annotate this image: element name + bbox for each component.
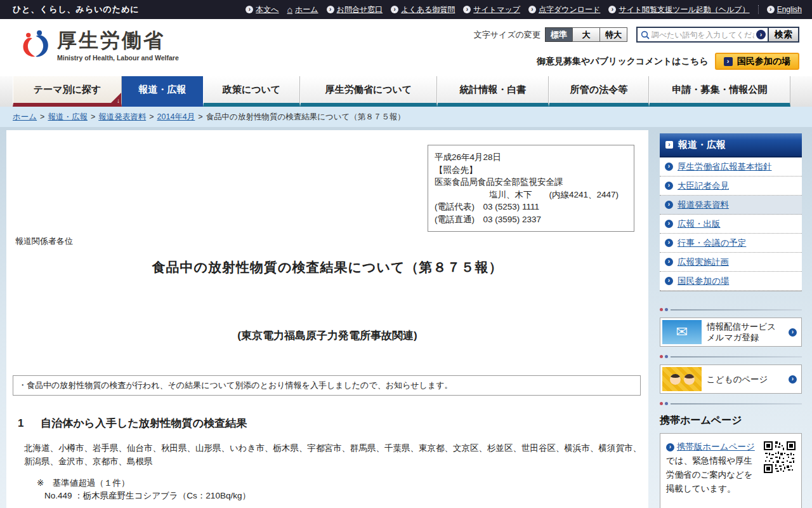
sidebar-item-events[interactable]: ›行事・会議の予定 (660, 234, 802, 253)
breadcrumb-month[interactable]: 2014年4月 (157, 112, 195, 123)
font-size-xlarge-button[interactable]: 特大 (599, 27, 627, 42)
topbar-links: ›本文へ ⌂ホーム ›お問合せ窓口 ›よくある御質問 ›サイトマップ ›点字ダウ… (246, 4, 802, 15)
kids-page-banner[interactable]: こどものページ › (660, 364, 802, 394)
font-size-switcher: 標準 大 特大 (546, 27, 627, 42)
mobile-homepage-text: では、緊急情報や厚生労働省のご案内などを掲載しています。 (666, 456, 753, 493)
arrow-circle-icon: › (391, 6, 398, 13)
kids-image (662, 367, 702, 391)
topbar-link-contact[interactable]: ›お問合せ窓口 (327, 4, 383, 15)
sidebar-header-press[interactable]: › 報道・広報 (660, 133, 802, 157)
arrow-circle-icon: › (246, 6, 253, 13)
public-participation-button[interactable]: › 国民参加の場 (715, 53, 799, 70)
blue-dot-icon (665, 308, 668, 311)
sidebar-link-list: ›厚生労働省広報基本指針 ›大臣記者会見 ›報道発表資料 ›広報・出版 ›行事・… (660, 157, 802, 291)
font-size-large-button[interactable]: 大 (572, 27, 600, 42)
contact-label: 【照会先】 (435, 164, 627, 177)
breadcrumb-home[interactable]: ホーム (13, 112, 37, 123)
arrow-circle-icon: › (666, 443, 674, 451)
utility-topbar: ひと、くらし、みらいのために ›本文へ ⌂ホーム ›お問合せ窓口 ›よくある御質… (0, 0, 812, 19)
page-subtitle: (東京電力福島原子力発電所事故関連) (6, 328, 648, 343)
site-header: 厚生労働省 Ministry of Health, Labour and Wel… (0, 19, 812, 76)
sidebar-item-minister-press[interactable]: ›大臣記者会見 (660, 177, 802, 196)
nav-tab-laws[interactable]: 所管の法令等 (549, 76, 649, 107)
arrow-circle-icon: › (528, 6, 536, 13)
envelope-icon: ✉ (676, 324, 688, 340)
exceedance-note-detail: No.449 ：栃木県産野生コシアブラ（Cs：210Bq/kg） (44, 490, 251, 502)
red-dot-icon (660, 355, 663, 358)
site-search-box: › 検索 (636, 27, 799, 43)
separator-line (671, 403, 802, 404)
separator-line (671, 309, 802, 311)
sidebar-item-pr-policy[interactable]: ›厚生労働省広報基本指針 (660, 157, 802, 177)
arrow-circle-icon: › (665, 239, 673, 247)
nav-tab-policies[interactable]: 政策について (203, 76, 300, 107)
nav-tab-press[interactable]: 報道・広報 (122, 76, 203, 107)
nav-tab-themes[interactable]: テーマ別に探す ↓ (13, 76, 122, 107)
page-title: 食品中の放射性物質の検査結果について（第８７５報） (6, 258, 648, 276)
newsletter-banner[interactable]: ✉ 情報配信サービス メルマガ登録 › (660, 318, 802, 347)
arrow-circle-icon: › (767, 6, 775, 13)
sidebar-item-publications[interactable]: ›広報・出版 (660, 215, 802, 234)
search-input[interactable] (652, 30, 754, 39)
separator-line (671, 356, 802, 358)
arrow-circle-icon: › (665, 277, 673, 285)
qr-code (764, 441, 796, 473)
nav-tab-about[interactable]: 厚生労働省について (300, 76, 437, 107)
content-area: 平成26年4月28日 【照会先】 医薬食品局食品安全部監視安全課 塩川、木下 (… (0, 127, 812, 508)
section1-body: 北海道、小樽市、岩手県、仙台市、秋田県、山形県、いわき市、栃木県、宇都宮市、群馬… (24, 441, 645, 468)
arrow-circle-icon: › (608, 6, 616, 13)
contact-tel-main: (電話代表) 03 (5253) 1111 (435, 201, 627, 213)
sidebar-item-participation[interactable]: ›国民参加の場 (660, 272, 802, 291)
logo-subtitle: Ministry of Health, Labour and Welfare (57, 54, 179, 62)
topbar-link-main-content[interactable]: ›本文へ (246, 4, 278, 15)
blue-dot-icon (665, 402, 668, 405)
blue-dot-icon (665, 355, 668, 358)
chevron-down-icon: ↓ (117, 97, 120, 104)
mobile-homepage-link[interactable]: 携帯版ホームページ (677, 442, 755, 451)
contact-department: 医薬食品局食品安全部監視安全課 (435, 176, 627, 189)
newsletter-banner-label: 情報配信サービス メルマガ登録 (707, 321, 783, 343)
breadcrumb-press-releases[interactable]: 報道発表資料 (98, 112, 146, 123)
envelope-image: ✉ (662, 320, 702, 344)
contact-persons: 塩川、木下 (内線4241、2447) (435, 189, 627, 201)
topbar-link-sitemap[interactable]: ›サイトマップ (463, 4, 520, 15)
font-size-standard-button[interactable]: 標準 (545, 27, 573, 42)
logo-text: 厚生労働省 Ministry of Health, Labour and Wel… (57, 28, 179, 62)
search-go-arrow-icon: › (756, 30, 766, 39)
sidebar-separator (660, 355, 802, 358)
header-participation-row: 御意見募集やパブリックコメントはこちら › 国民参加の場 (537, 53, 799, 75)
contact-tel-direct: (電話直通) 03 (3595) 2337 (435, 213, 627, 226)
breadcrumb-press[interactable]: 報道・広報 (48, 112, 88, 123)
arrow-circle-icon: › (463, 6, 471, 13)
topbar-link-faq[interactable]: ›よくある御質問 (391, 4, 455, 15)
arrow-circle-icon: › (789, 328, 797, 337)
breadcrumb-separator: > (91, 112, 95, 121)
public-comment-text: 御意見募集やパブリックコメントはこちら (537, 56, 709, 67)
breadcrumb-separator: > (198, 112, 202, 121)
section1-heading: 1 自治体から入手した放射性物質の検査結果 (18, 416, 247, 431)
notice-box: ・食品中の放射性物質の検査が行われ、その結果について別添のとおり情報を入手しまし… (13, 375, 641, 396)
header-tools-row: 文字サイズの変更 標準 大 特大 › 検索 (474, 27, 799, 43)
arrow-circle-icon: › (665, 258, 673, 266)
arrow-square-icon: › (724, 57, 733, 66)
red-dot-icon (660, 402, 663, 405)
nav-tab-statistics[interactable]: 統計情報・白書 (437, 76, 549, 107)
sidebar-item-press-releases[interactable]: ›報道発表資料 (660, 196, 802, 215)
topbar-link-braille[interactable]: ›点字ダウンロード (528, 4, 600, 15)
release-date: 平成26年4月28日 (435, 151, 627, 164)
logo-title: 厚生労働省 (57, 28, 179, 53)
home-icon: ⌂ (287, 6, 292, 13)
nav-tab-applications[interactable]: 申請・募集・情報公開 (649, 76, 790, 107)
red-dot-icon (660, 308, 663, 311)
mobile-homepage-heading: 携帯ホームページ (660, 414, 802, 427)
arrow-square-icon: › (665, 141, 673, 149)
search-button[interactable]: 検索 (768, 28, 798, 41)
mhlw-logo[interactable]: 厚生労働省 Ministry of Health, Labour and Wel… (19, 28, 179, 62)
sidebar-item-pr-plan[interactable]: ›広報実施計画 (660, 253, 802, 272)
topbar-link-english[interactable]: ›English (767, 5, 802, 14)
topbar-link-home[interactable]: ⌂ホーム (287, 4, 318, 15)
salutation: 報道関係者各位 (15, 236, 73, 247)
topbar-link-accessibility-tool[interactable]: ›サイト閲覧支援ツール起動（ヘルプ） (608, 4, 749, 15)
sidebar-separator (660, 402, 802, 405)
search-icon (641, 30, 650, 39)
